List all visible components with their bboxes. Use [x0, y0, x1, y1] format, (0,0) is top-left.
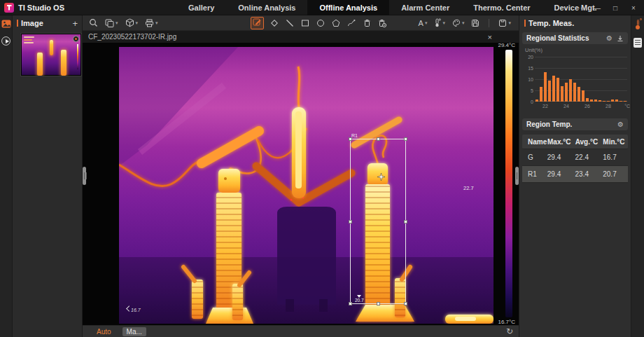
histogram-bar [578, 87, 581, 102]
app-title: TI Studio OS [18, 4, 64, 12]
save-button[interactable] [470, 17, 480, 29]
rectangle-tool[interactable] [300, 17, 310, 29]
temp-meas-title: Temp. Meas. [528, 19, 626, 27]
delete-tool[interactable] [363, 17, 372, 29]
toolbar-divider [489, 19, 489, 27]
region-min-marker: 20.7 [355, 295, 364, 303]
polygon-tool[interactable] [331, 17, 341, 29]
font-dropdown[interactable]: A ▾ [418, 17, 428, 29]
region-table-head: NameMax.°CAvg.°CMin.°C [522, 135, 628, 149]
delete-all-tool[interactable] [377, 17, 387, 29]
image-thumbnail[interactable] [20, 33, 82, 76]
thumbnail-selected-badge[interactable] [73, 36, 79, 42]
app-logo-icon [4, 3, 14, 13]
histogram-bar [569, 79, 573, 102]
histogram-bar [607, 101, 610, 102]
window-controls: ··· — □ × [571, 0, 641, 15]
analysis-toolbar: ▾ ▾ ▾ [83, 15, 519, 31]
chart-unit-label: Unit(%) [525, 47, 542, 53]
tab-alarm-center[interactable]: Alarm Center [389, 0, 461, 15]
spot-tool[interactable] [270, 17, 279, 29]
histogram-bar [586, 98, 589, 102]
histogram-bar [590, 99, 594, 102]
histogram-bar [565, 83, 568, 102]
close-button[interactable]: × [626, 1, 641, 14]
bottom-tab-ma[interactable]: Ma... [122, 327, 146, 336]
thermometer-icon[interactable] [635, 20, 640, 29]
histogram-bar [548, 81, 552, 102]
line-tool[interactable] [285, 17, 295, 29]
minimize-button[interactable]: — [589, 1, 605, 14]
thermal-image[interactable] [119, 47, 493, 324]
close-image-icon[interactable]: × [488, 33, 492, 41]
bottom-tabs: AutoMa... [83, 327, 146, 336]
layout-dropdown[interactable]: ▾ [104, 17, 119, 29]
image-panel: Image + [13, 15, 83, 337]
temp-unit-dropdown[interactable]: ▾ [433, 17, 446, 29]
ellipse-tool[interactable] [316, 17, 326, 29]
scale-min-temp: 16.7°C [475, 319, 515, 325]
statistics-settings-icon[interactable]: ⚙ [606, 34, 612, 42]
right-rail [631, 15, 644, 337]
print-dropdown[interactable]: ▾ [144, 17, 159, 29]
canvas-bottom-bar: AutoMa... ↻ [83, 325, 519, 337]
left-rail [0, 15, 13, 337]
histogram-bar [611, 99, 615, 102]
image-panel-header: Image + [13, 15, 82, 31]
export-dropdown[interactable]: ▾ [498, 17, 512, 29]
histogram-bar [598, 100, 602, 102]
tab-online-analysis[interactable]: Online Analysis [226, 0, 307, 15]
tab-thermo-center[interactable]: Thermo. Center [461, 0, 542, 15]
measurement-region-r1[interactable]: R1 20.7 [350, 139, 406, 304]
color-scale-bar[interactable] [505, 50, 512, 317]
download-icon[interactable] [617, 35, 624, 42]
histogram-bar [552, 76, 556, 102]
palette-dropdown[interactable]: ▾ [451, 17, 465, 29]
histogram-bar [556, 78, 560, 102]
accent-bar [524, 20, 526, 27]
global-min-marker: 16.7 [126, 308, 141, 312]
region-r1-label: R1 [351, 133, 358, 138]
histogram-bar [544, 72, 547, 102]
table-row-r1[interactable]: R129.423.420.7 [522, 166, 628, 183]
image-gallery-icon[interactable] [1, 20, 11, 28]
more-menu-button[interactable]: ··· [571, 1, 587, 14]
tab-offline-analysis[interactable]: Offline Analysis [307, 0, 389, 15]
region-temp-header[interactable]: Region Temp. ⚙ [522, 118, 628, 130]
spot-temperature-value: 22.7 [463, 185, 474, 191]
table-row-g[interactable]: G29.422.416.7 [522, 149, 628, 166]
image-filename: CF_20230522173702-IR.jpg [88, 33, 488, 41]
left-collapse-handle[interactable] [83, 167, 86, 185]
histogram-bar [624, 101, 627, 102]
histogram-bar [536, 99, 539, 102]
note-list-icon[interactable] [634, 38, 642, 48]
temp-meas-header: Temp. Meas. [519, 15, 631, 31]
histogram-chart: Unit(%) °C 0510152022242628 [525, 47, 625, 117]
histogram-bar [582, 90, 585, 102]
add-image-button[interactable]: + [72, 18, 78, 29]
histogram-bar [540, 87, 543, 102]
image-canvas[interactable]: CF_20230522173702-IR.jpg × [83, 31, 519, 325]
thumbnail-color-scale [77, 44, 78, 69]
bottom-tab-auto[interactable]: Auto [95, 327, 113, 336]
select-tool[interactable] [251, 17, 264, 29]
image-panel-title: Image [21, 19, 72, 27]
center-area: ▾ ▾ ▾ [83, 15, 519, 337]
maximize-button[interactable]: □ [608, 1, 623, 14]
regional-statistics-header[interactable]: Regional Statistics ⚙ [522, 32, 628, 44]
title-bar: TI Studio OS GalleryOnline AnalysisOffli… [0, 0, 644, 15]
filename-bar: CF_20230522173702-IR.jpg × [83, 31, 519, 43]
view-mode-dropdown[interactable]: ▾ [125, 17, 139, 29]
histogram-bar [573, 83, 577, 102]
palette-cycle-icon[interactable]: ↻ [506, 326, 513, 336]
nav-tabs: GalleryOnline AnalysisOffline AnalysisAl… [176, 0, 609, 15]
scale-max-temp: 29.4°C [475, 42, 515, 48]
polyline-tool[interactable] [346, 17, 357, 29]
expand-panel-button[interactable] [1, 36, 10, 46]
region-table-body: G29.422.416.7R129.423.420.7 [522, 149, 628, 183]
tab-gallery[interactable]: Gallery [176, 0, 226, 15]
histogram-bar [615, 99, 619, 102]
temp-meas-panel: Temp. Meas. Regional Statistics ⚙ Unit(%… [519, 15, 631, 337]
region-temp-settings-icon[interactable]: ⚙ [617, 121, 624, 128]
zoom-tool[interactable] [88, 17, 99, 29]
